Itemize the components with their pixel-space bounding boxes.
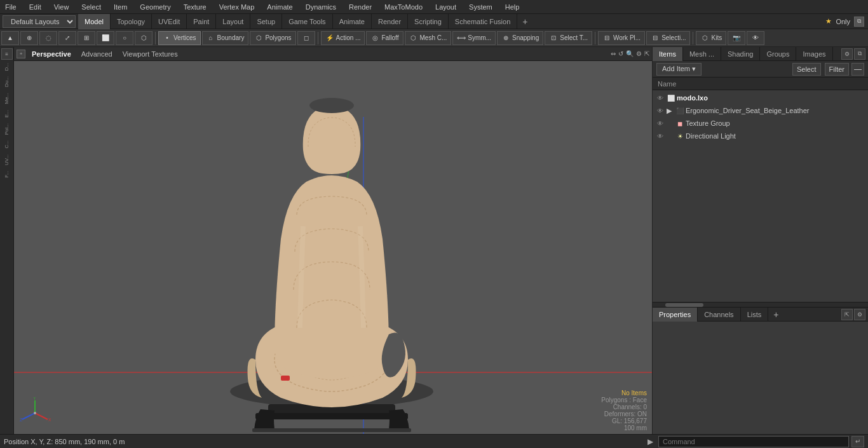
menu-file[interactable]: File xyxy=(3,2,19,12)
tool-rect[interactable]: ⬜ xyxy=(97,31,114,45)
tool-circle[interactable]: ○ xyxy=(116,31,133,45)
command-execute-button[interactable]: ↵ xyxy=(851,436,864,447)
items-tab-items[interactable]: Items xyxy=(653,47,683,61)
tool-action[interactable]: ⚡ Action ... xyxy=(321,31,365,45)
items-maximize-icon[interactable]: ⧉ xyxy=(854,48,865,60)
layout-tab-topology[interactable]: Topology xyxy=(111,14,152,29)
settings-icon[interactable]: ⚙ xyxy=(636,50,642,57)
menu-render[interactable]: Render xyxy=(346,2,374,12)
maximize-button[interactable]: ⧉ xyxy=(854,17,864,27)
tool-polygons[interactable]: ⬡ Polygons xyxy=(250,31,295,45)
layout-tab-uvedit[interactable]: UVEdit xyxy=(152,14,187,29)
tool-globe[interactable]: ⊕ xyxy=(20,31,38,45)
menu-view[interactable]: View xyxy=(51,2,72,12)
menu-system[interactable]: System xyxy=(466,2,495,12)
prop-tab-properties[interactable]: Properties xyxy=(653,308,698,322)
prop-tab-plus[interactable]: + xyxy=(768,309,783,320)
items-scroll[interactable] xyxy=(653,302,868,307)
layout-tab-animate[interactable]: Animate xyxy=(333,14,372,29)
eye-icon-light[interactable]: 👁 xyxy=(655,131,665,141)
items-filter-button[interactable]: Filter xyxy=(825,63,849,76)
prop-expand-icon[interactable]: ⇱ xyxy=(841,309,853,320)
menu-geometry[interactable]: Geometry xyxy=(137,2,173,12)
items-tab-mesh[interactable]: Mesh ... xyxy=(683,47,721,61)
viewport-tab-textures[interactable]: Viewport Textures xyxy=(119,49,182,59)
quad-icon: ⊞ xyxy=(82,34,91,43)
layout-tab-schematic[interactable]: Schematic Fusion xyxy=(449,14,517,29)
left-tool-1[interactable]: ≡ xyxy=(1,48,13,60)
menu-help[interactable]: Help xyxy=(503,2,522,12)
layout-tab-layout[interactable]: Layout xyxy=(216,14,250,29)
eye-icon-modo[interactable]: 👁 xyxy=(655,93,665,103)
item-row-texture[interactable]: 👁 ◼ Texture Group xyxy=(653,117,868,130)
menu-layout[interactable]: Layout xyxy=(433,2,459,12)
tool-selecti[interactable]: ⊟ Selecti... xyxy=(646,31,690,45)
items-collapse-button[interactable]: — xyxy=(851,63,864,76)
tool-edge[interactable]: ◻ xyxy=(297,31,315,45)
items-select-button[interactable]: Select xyxy=(792,63,821,76)
tool-select[interactable]: ▲ xyxy=(1,31,19,45)
layout-tab-paint[interactable]: Paint xyxy=(187,14,216,29)
scroll-thumb[interactable] xyxy=(665,303,703,307)
tool-kits[interactable]: ⬡ Kits xyxy=(696,31,726,45)
command-input[interactable] xyxy=(658,436,849,447)
eye-icon-seat[interactable]: 👁 xyxy=(655,105,665,116)
viewport-add-btn[interactable]: + xyxy=(17,50,25,58)
item-row-modo[interactable]: 👁 ⬜ modo.lxo xyxy=(653,92,868,104)
tool-vertices[interactable]: • Vertices xyxy=(158,31,201,45)
tool-quad[interactable]: ⊞ xyxy=(78,31,95,45)
eye-icon-texture[interactable]: 👁 xyxy=(655,118,665,128)
layout-bar: Default Layouts Model Topology UVEdit Pa… xyxy=(0,14,868,29)
prop-settings-icon[interactable]: ⚙ xyxy=(854,309,865,320)
menu-item[interactable]: Item xyxy=(111,2,130,12)
viewport-tab-perspective[interactable]: Perspective xyxy=(28,49,75,59)
menu-animate[interactable]: Animate xyxy=(264,2,295,12)
item-row-light[interactable]: 👁 ☀ Directional Light xyxy=(653,130,868,142)
items-tab-images[interactable]: Images xyxy=(796,47,832,61)
menu-dynamics[interactable]: Dynamics xyxy=(303,2,339,12)
lasso-icon: ◌ xyxy=(44,34,53,43)
tool-lasso[interactable]: ◌ xyxy=(39,31,57,45)
tool-snapping[interactable]: ⊕ Snapping xyxy=(497,31,543,45)
layout-tab-scripting[interactable]: Scripting xyxy=(408,14,449,29)
viewport-tab-advanced[interactable]: Advanced xyxy=(78,49,116,59)
layout-tab-setup[interactable]: Setup xyxy=(250,14,282,29)
default-layouts-select[interactable]: Default Layouts xyxy=(3,15,76,28)
command-arrow[interactable]: ▶ xyxy=(645,437,656,446)
tool-boundary[interactable]: ⌂ Boundary xyxy=(202,31,249,45)
menu-select[interactable]: Select xyxy=(79,2,104,12)
prop-tab-channels[interactable]: Channels xyxy=(698,308,740,322)
prop-tab-lists[interactable]: Lists xyxy=(741,308,769,322)
tool-work-pl[interactable]: ⊟ Work Pl... xyxy=(598,31,645,45)
tool-symm[interactable]: ⟺ Symm... xyxy=(452,31,496,45)
status-lines: Polygons : Face Channels: 0 Deformers: O… xyxy=(601,397,647,431)
tool-mesh[interactable]: ⬡ Mesh C... xyxy=(405,31,452,45)
svg-rect-25 xyxy=(252,428,411,432)
tool-select-t[interactable]: ⊡ Select T... xyxy=(545,31,592,45)
expand-icon[interactable]: ⇱ xyxy=(644,50,649,57)
layout-tab-gametools[interactable]: Game Tools xyxy=(282,14,333,29)
items-tab-groups[interactable]: Groups xyxy=(760,47,796,61)
item-row-seat[interactable]: 👁 ▶ ⬛ Ergonomic_Driver_Seat_Beige_Leathe… xyxy=(653,104,868,117)
menu-texture[interactable]: Texture xyxy=(181,2,209,12)
mesh-icon-modo: ⬜ xyxy=(667,93,675,102)
tool-shield[interactable]: ⬡ xyxy=(135,31,153,45)
indent-seat: ▶ xyxy=(667,107,674,115)
items-settings-icon[interactable]: ⚙ xyxy=(841,48,853,60)
add-item-button[interactable]: Add Item ▾ xyxy=(656,63,702,76)
zoom-icon[interactable]: 🔍 xyxy=(626,50,634,57)
tool-cam2[interactable]: 👁 xyxy=(747,31,764,45)
menu-maxtomodo[interactable]: MaxToModo xyxy=(382,2,425,12)
tool-falloff[interactable]: ◎ Falloff xyxy=(366,31,403,45)
rotate-icon[interactable]: ↺ xyxy=(618,50,623,57)
tool-transform[interactable]: ⤢ xyxy=(58,31,76,45)
viewport-3d[interactable]: No Items Polygons : Face Channels: 0 Def… xyxy=(14,61,652,434)
layout-plus-button[interactable]: + xyxy=(517,15,532,29)
items-tab-shading[interactable]: Shading xyxy=(721,47,760,61)
layout-tab-render[interactable]: Render xyxy=(372,14,408,29)
move-icon[interactable]: ⇔ xyxy=(611,50,616,57)
layout-tab-model[interactable]: Model xyxy=(78,14,111,29)
menu-vertex-map[interactable]: Vertex Map xyxy=(217,2,257,12)
tool-cam1[interactable]: 📷 xyxy=(728,31,745,45)
menu-edit[interactable]: Edit xyxy=(27,2,44,12)
